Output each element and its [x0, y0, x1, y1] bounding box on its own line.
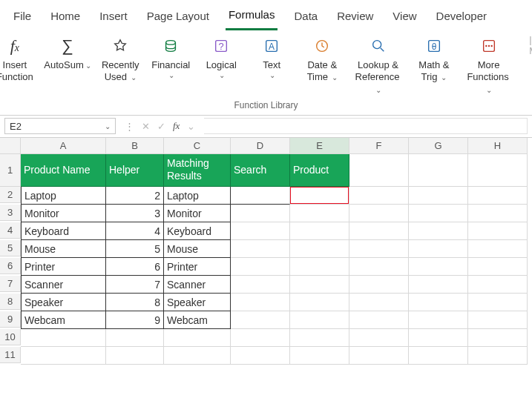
cell-E4[interactable]: [290, 222, 349, 240]
tab-insert[interactable]: Insert: [96, 7, 131, 30]
cell-A11[interactable]: [21, 347, 106, 365]
cell-G1[interactable]: [409, 154, 468, 187]
cell-G3[interactable]: [409, 205, 468, 222]
col-header-D[interactable]: D: [231, 138, 290, 154]
cell-B1[interactable]: Helper: [106, 154, 164, 187]
cell-B9[interactable]: 9: [106, 311, 164, 329]
row-header-1[interactable]: 1: [0, 154, 21, 187]
col-header-F[interactable]: F: [349, 138, 409, 154]
cell-H8[interactable]: [468, 294, 528, 311]
cell-C11[interactable]: [164, 347, 231, 365]
cell-A1[interactable]: Product Name: [21, 154, 106, 187]
cell-D1[interactable]: Search: [231, 154, 290, 187]
row-header-3[interactable]: 3: [0, 205, 21, 221]
cell-H3[interactable]: [468, 205, 528, 222]
tab-formulas[interactable]: Formulas: [226, 5, 278, 30]
cell-B10[interactable]: [106, 329, 164, 347]
worksheet-grid[interactable]: A B C D E F G H 1 Product Name Helper Ma…: [0, 138, 532, 365]
cell-E2[interactable]: [290, 187, 349, 205]
row-header-6[interactable]: 6: [0, 258, 21, 274]
cell-G11[interactable]: [409, 347, 468, 365]
autosum-button[interactable]: ∑ AutoSum⌄: [45, 34, 90, 71]
fx-icon-small[interactable]: fx: [173, 120, 180, 132]
cell-F7[interactable]: [349, 276, 409, 294]
cell-H2[interactable]: [468, 187, 528, 205]
cell-F11[interactable]: [349, 347, 409, 365]
cell-C10[interactable]: [164, 329, 231, 347]
row-header-9[interactable]: 9: [0, 311, 21, 328]
cell-A6[interactable]: Printer: [21, 258, 106, 276]
row-header-8[interactable]: 8: [0, 294, 21, 310]
cell-B4[interactable]: 4: [106, 222, 164, 240]
enter-icon[interactable]: ✓: [157, 121, 165, 132]
cell-C3[interactable]: Monitor: [164, 205, 231, 222]
cell-F3[interactable]: [349, 205, 409, 222]
cell-F10[interactable]: [349, 329, 409, 347]
col-header-B[interactable]: B: [106, 138, 164, 154]
tab-file[interactable]: File: [10, 7, 34, 30]
col-header-H[interactable]: H: [468, 138, 528, 154]
cell-D9[interactable]: [231, 311, 290, 329]
cell-C5[interactable]: Mouse: [164, 240, 231, 258]
cell-B11[interactable]: [106, 347, 164, 365]
cell-A2[interactable]: Laptop: [21, 187, 106, 205]
cell-F9[interactable]: [349, 311, 409, 329]
cell-C9[interactable]: Webcam: [164, 311, 231, 329]
date-time-button[interactable]: Date & Time ⌄: [302, 34, 342, 84]
cell-E8[interactable]: [290, 294, 349, 311]
cell-D8[interactable]: [231, 294, 290, 311]
cell-C2[interactable]: Laptop: [164, 187, 231, 205]
cell-B6[interactable]: 6: [106, 258, 164, 276]
cell-E3[interactable]: [290, 205, 349, 222]
tab-review[interactable]: Review: [334, 7, 376, 30]
cell-D3[interactable]: [231, 205, 290, 222]
logical-button[interactable]: ? Logical ⌄: [201, 34, 241, 81]
cell-B3[interactable]: 3: [106, 205, 164, 222]
cell-A3[interactable]: Monitor: [21, 205, 106, 222]
cell-D4[interactable]: [231, 222, 290, 240]
cell-C1[interactable]: Matching Results: [164, 154, 231, 187]
cell-G5[interactable]: [409, 240, 468, 258]
cell-B7[interactable]: 7: [106, 276, 164, 294]
cell-D10[interactable]: [231, 329, 290, 347]
col-header-E[interactable]: E: [290, 138, 349, 154]
tab-developer[interactable]: Developer: [433, 7, 490, 30]
tab-view[interactable]: View: [390, 7, 419, 30]
col-header-A[interactable]: A: [21, 138, 106, 154]
cell-H10[interactable]: [468, 329, 528, 347]
cell-E1[interactable]: Product: [290, 154, 349, 187]
cell-A9[interactable]: Webcam: [21, 311, 106, 329]
cell-H6[interactable]: [468, 258, 528, 276]
cell-H5[interactable]: [468, 240, 528, 258]
cell-F8[interactable]: [349, 294, 409, 311]
row-header-4[interactable]: 4: [0, 222, 21, 239]
recently-used-button[interactable]: Recently Used ⌄: [100, 34, 140, 84]
insert-function-button[interactable]: fx Insert Function: [0, 34, 35, 84]
cell-D6[interactable]: [231, 258, 290, 276]
cell-E11[interactable]: [290, 347, 349, 365]
cell-B8[interactable]: 8: [106, 294, 164, 311]
cell-F1[interactable]: [349, 154, 409, 187]
text-button[interactable]: A Text ⌄: [252, 34, 292, 81]
cell-F2[interactable]: [349, 187, 409, 205]
cell-A5[interactable]: Mouse: [21, 240, 106, 258]
cell-H1[interactable]: [468, 154, 528, 187]
tab-data[interactable]: Data: [291, 7, 321, 30]
cell-E5[interactable]: [290, 240, 349, 258]
lookup-reference-button[interactable]: Lookup & Reference ⌄: [352, 34, 404, 96]
cell-C4[interactable]: Keyboard: [164, 222, 231, 240]
row-header-7[interactable]: 7: [0, 276, 21, 292]
select-all-corner[interactable]: [0, 138, 21, 154]
cell-A10[interactable]: [21, 329, 106, 347]
cell-C7[interactable]: Scanner: [164, 276, 231, 294]
cell-H11[interactable]: [468, 347, 528, 365]
cell-G4[interactable]: [409, 222, 468, 240]
tab-page-layout[interactable]: Page Layout: [144, 7, 212, 30]
formula-input[interactable]: [204, 118, 528, 134]
cell-G8[interactable]: [409, 294, 468, 311]
cell-D11[interactable]: [231, 347, 290, 365]
more-functions-button[interactable]: More Functions ⌄: [464, 34, 513, 96]
row-header-10[interactable]: 10: [0, 329, 21, 345]
cell-E10[interactable]: [290, 329, 349, 347]
row-header-2[interactable]: 2: [0, 187, 21, 203]
